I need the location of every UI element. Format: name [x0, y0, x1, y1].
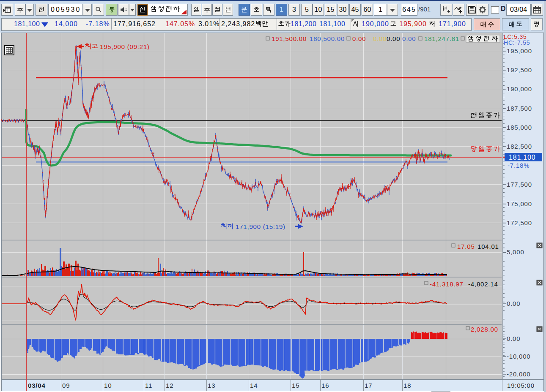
- svg-text:11: 11: [145, 382, 152, 389]
- svg-text:14: 14: [250, 382, 258, 389]
- svg-text:15: 15: [292, 382, 299, 389]
- svg-text:2,028.00: 2,028.00: [471, 326, 498, 333]
- svg-text:-20,000: -20,000: [507, 370, 530, 378]
- svg-text:177,500: 177,500: [507, 181, 532, 188]
- svg-text:104.01: 104.01: [477, 243, 499, 250]
- svg-text:-10,000: -10,000: [507, 353, 530, 360]
- svg-text:09: 09: [62, 382, 70, 389]
- svg-text:-7.18%: -7.18%: [508, 162, 530, 169]
- svg-text:-41,318.97: -41,318.97: [430, 280, 464, 288]
- svg-text:10: 10: [104, 382, 112, 389]
- svg-text:0.00: 0.00: [402, 35, 416, 42]
- svg-text:0.00: 0.00: [373, 35, 387, 42]
- svg-text:172,500: 172,500: [507, 219, 532, 226]
- svg-text:171,900 (15:19): 171,900 (15:19): [236, 223, 285, 230]
- svg-text:175,000: 175,000: [507, 200, 532, 207]
- svg-text:12: 12: [166, 382, 173, 389]
- svg-text:19:05:00: 19:05:00: [507, 382, 535, 389]
- svg-text:13: 13: [208, 382, 215, 389]
- svg-text:195,900 (09:21): 195,900 (09:21): [100, 43, 150, 50]
- svg-text:182,500: 182,500: [507, 143, 532, 150]
- svg-text:180,500.00: 180,500.00: [310, 35, 345, 42]
- svg-text:0.00: 0.00: [387, 35, 400, 42]
- svg-text:0.00: 0.00: [507, 335, 520, 342]
- svg-text:-4,802.14: -4,802.14: [468, 280, 498, 288]
- svg-text:18: 18: [403, 382, 411, 389]
- svg-text:181,100: 181,100: [509, 154, 535, 161]
- svg-text:17: 17: [365, 382, 372, 389]
- svg-text:185,000: 185,000: [507, 124, 532, 131]
- svg-text:190,000: 190,000: [507, 85, 532, 93]
- svg-text:0.00: 0.00: [507, 300, 520, 307]
- svg-text:0.00: 0.00: [352, 35, 366, 42]
- svg-text:192,500: 192,500: [507, 66, 532, 74]
- svg-text:17.05: 17.05: [457, 243, 475, 250]
- svg-text:5,000: 5,000: [507, 248, 524, 256]
- svg-text:187,500: 187,500: [507, 105, 532, 112]
- svg-text:16: 16: [321, 382, 329, 389]
- svg-text:HC:-7.55: HC:-7.55: [504, 39, 530, 46]
- svg-text:191,500.00: 191,500.00: [272, 35, 307, 42]
- svg-text:03/04: 03/04: [28, 382, 46, 389]
- svg-text:195,000: 195,000: [507, 47, 532, 54]
- svg-text:181,247.81: 181,247.81: [424, 35, 459, 42]
